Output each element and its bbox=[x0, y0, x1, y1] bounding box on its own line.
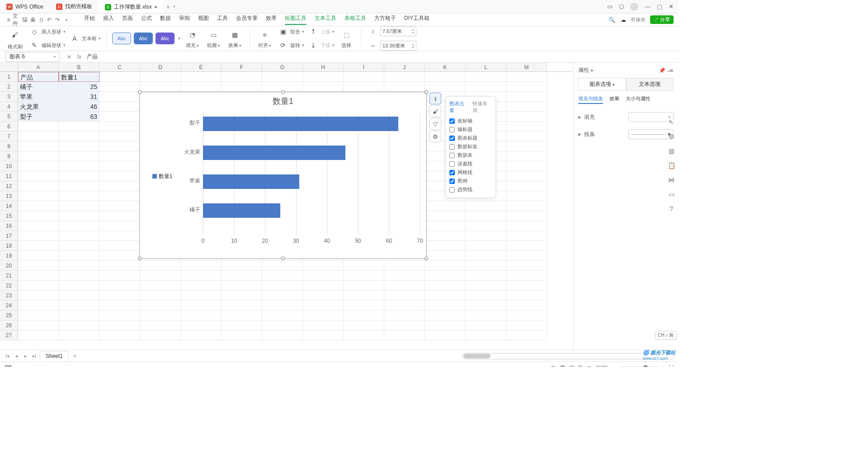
cell[interactable] bbox=[384, 82, 425, 92]
cell[interactable] bbox=[181, 301, 222, 310]
cell[interactable] bbox=[59, 291, 99, 301]
chart-styles-button[interactable]: 🖌 bbox=[429, 105, 441, 117]
col-header[interactable]: D bbox=[140, 63, 181, 71]
cell[interactable] bbox=[18, 141, 59, 151]
row-header[interactable]: 26 bbox=[0, 320, 18, 330]
cell[interactable] bbox=[506, 151, 547, 161]
cell[interactable] bbox=[506, 310, 547, 320]
cell[interactable] bbox=[425, 211, 466, 221]
tab-dropdown-icon[interactable]: ▾ bbox=[173, 5, 179, 9]
cell[interactable] bbox=[425, 231, 466, 241]
cell[interactable] bbox=[59, 132, 99, 141]
cell[interactable] bbox=[222, 261, 262, 271]
cell[interactable] bbox=[18, 161, 59, 171]
cell[interactable] bbox=[99, 171, 140, 181]
row-header[interactable]: 16 bbox=[0, 221, 18, 231]
col-header[interactable]: E bbox=[181, 63, 222, 71]
style-preset-2[interactable]: Abc bbox=[134, 33, 153, 44]
cell[interactable] bbox=[425, 251, 466, 261]
resize-handle[interactable] bbox=[425, 90, 428, 94]
cell[interactable] bbox=[99, 281, 140, 291]
cell[interactable] bbox=[303, 301, 344, 310]
chart-elements-button[interactable]: ⫿ bbox=[429, 93, 441, 104]
cell[interactable] bbox=[99, 112, 140, 122]
menu-数据[interactable]: 数据 bbox=[160, 14, 171, 25]
align-icon[interactable]: ≡ bbox=[259, 28, 271, 41]
subtab-effect[interactable]: 效果 bbox=[609, 95, 619, 104]
cell[interactable] bbox=[18, 301, 59, 310]
edit-shape-icon[interactable]: ✎ bbox=[28, 39, 41, 52]
undo-icon[interactable]: ↶ bbox=[45, 16, 53, 24]
cell[interactable] bbox=[344, 271, 384, 281]
row-header[interactable]: 8 bbox=[0, 141, 18, 151]
name-box[interactable]: 图表 6▾ bbox=[5, 52, 60, 62]
menu-表格工具[interactable]: 表格工具 bbox=[344, 14, 366, 25]
cell[interactable] bbox=[262, 271, 303, 281]
cell[interactable] bbox=[18, 132, 59, 141]
cell[interactable] bbox=[344, 330, 384, 340]
cell[interactable] bbox=[262, 310, 303, 320]
chart-element-option[interactable]: 数据标签 bbox=[449, 142, 492, 151]
menu-页面[interactable]: 页面 bbox=[122, 14, 133, 25]
cell[interactable] bbox=[262, 330, 303, 340]
cell[interactable] bbox=[18, 171, 59, 181]
row-header[interactable]: 7 bbox=[0, 132, 18, 141]
help-icon[interactable]: ? bbox=[666, 204, 676, 214]
menu-效率[interactable]: 效率 bbox=[266, 14, 277, 25]
cell[interactable] bbox=[384, 291, 425, 301]
cell[interactable] bbox=[181, 72, 222, 82]
resize-handle[interactable] bbox=[425, 257, 428, 260]
cell[interactable]: 31 bbox=[59, 92, 99, 102]
cell[interactable] bbox=[140, 291, 181, 301]
cell[interactable] bbox=[18, 201, 59, 211]
cell[interactable] bbox=[506, 251, 547, 261]
subtab-size[interactable]: 大小与属性 bbox=[626, 95, 651, 104]
cell[interactable] bbox=[384, 301, 425, 310]
cell[interactable] bbox=[262, 261, 303, 271]
cell[interactable] bbox=[99, 92, 140, 102]
cell[interactable] bbox=[344, 281, 384, 291]
row-header[interactable]: 2 bbox=[0, 82, 18, 92]
add-sheet-button[interactable]: + bbox=[71, 353, 79, 359]
cell[interactable] bbox=[59, 151, 99, 161]
cell[interactable] bbox=[344, 320, 384, 330]
cell[interactable] bbox=[303, 281, 344, 291]
cell[interactable] bbox=[59, 171, 99, 181]
cell[interactable] bbox=[384, 261, 425, 271]
col-header[interactable]: B bbox=[59, 63, 99, 71]
cell[interactable] bbox=[425, 271, 466, 281]
cell[interactable] bbox=[99, 221, 140, 231]
select-all-corner[interactable] bbox=[0, 63, 18, 71]
cell[interactable] bbox=[222, 271, 262, 281]
resize-handle[interactable] bbox=[281, 257, 285, 260]
cell[interactable] bbox=[303, 291, 344, 301]
redo-icon[interactable]: ↷ bbox=[53, 16, 61, 24]
cell[interactable] bbox=[303, 72, 344, 82]
width-input[interactable]: 13.38厘米▴▾ bbox=[380, 41, 416, 51]
menu-文本工具[interactable]: 文本工具 bbox=[315, 14, 336, 25]
cell[interactable] bbox=[344, 291, 384, 301]
cell[interactable] bbox=[466, 221, 506, 231]
search-icon[interactable]: 🔍 bbox=[608, 16, 616, 24]
cell[interactable]: 46 bbox=[59, 102, 99, 112]
cell[interactable] bbox=[506, 92, 547, 102]
cell[interactable] bbox=[222, 281, 262, 291]
cell[interactable] bbox=[99, 261, 140, 271]
col-header[interactable]: C bbox=[99, 63, 140, 71]
cell[interactable] bbox=[506, 161, 547, 171]
chart-element-option[interactable]: 误差线 bbox=[449, 160, 492, 168]
cell[interactable] bbox=[140, 271, 181, 281]
row-header[interactable]: 6 bbox=[0, 122, 18, 132]
menu-开始[interactable]: 开始 bbox=[84, 14, 95, 25]
cell[interactable] bbox=[18, 181, 59, 191]
cancel-fx-icon[interactable]: ✕ bbox=[64, 54, 74, 60]
tab-chart-options[interactable]: 图表选项 ▾ bbox=[578, 78, 626, 91]
col-header[interactable]: J bbox=[384, 63, 425, 71]
view-eye-icon[interactable]: 👁 bbox=[551, 365, 556, 367]
cell[interactable] bbox=[222, 72, 262, 82]
format-painter-icon[interactable]: 🖌 bbox=[7, 27, 23, 42]
view-break-icon[interactable]: ⊞ bbox=[578, 364, 582, 367]
cell[interactable] bbox=[506, 132, 547, 141]
cell[interactable] bbox=[506, 281, 547, 291]
cell[interactable] bbox=[506, 221, 547, 231]
